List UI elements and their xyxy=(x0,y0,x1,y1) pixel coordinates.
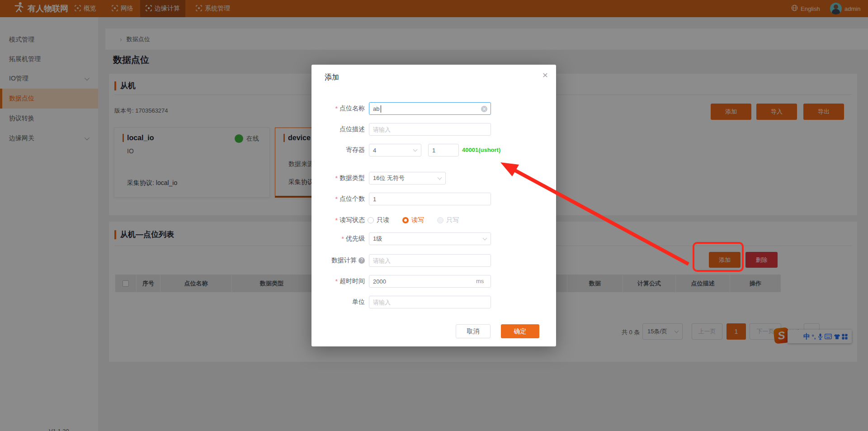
clear-input-icon[interactable]: ✕ xyxy=(481,106,487,112)
chevron-down-icon xyxy=(413,147,418,152)
field-row-calc: 数据计算? xyxy=(311,254,556,267)
close-icon[interactable]: × xyxy=(542,70,548,80)
chevron-down-icon xyxy=(438,175,442,180)
confirm-button[interactable]: 确定 xyxy=(501,324,539,338)
unit-input[interactable] xyxy=(369,296,491,308)
point-count-input[interactable]: 1 xyxy=(369,193,491,205)
field-row-count: *点位个数 1 xyxy=(311,193,556,205)
point-description-input[interactable] xyxy=(369,123,491,136)
point-name-input[interactable]: ab ✕ xyxy=(369,102,491,115)
priority-select[interactable]: 1级 xyxy=(369,232,491,245)
field-row-unit: 单位 xyxy=(311,296,556,308)
field-row-register: 寄存器 4 1 40001(ushort) xyxy=(311,144,556,156)
radio-read-write[interactable] xyxy=(402,217,409,223)
add-point-modal: 添加 × *点位名称 ab ✕ 点位描述 寄存器 4 1 4 xyxy=(311,65,556,346)
field-row-priority: *优先级 1级 xyxy=(311,232,556,245)
red-box-annotation xyxy=(693,242,744,272)
data-calc-input[interactable] xyxy=(369,254,491,267)
timeout-unit: ms xyxy=(476,278,484,284)
register-address-input[interactable]: 1 xyxy=(428,144,459,156)
field-row-description: 点位描述 xyxy=(311,123,556,136)
radio-read-only[interactable] xyxy=(368,217,374,223)
field-row-timeout: *超时时间 2000 ms xyxy=(311,275,556,288)
question-icon[interactable]: ? xyxy=(359,257,365,264)
cancel-button[interactable]: 取消 xyxy=(456,324,491,338)
register-type-select[interactable]: 4 xyxy=(369,144,421,156)
modal-title: 添加 xyxy=(325,73,339,82)
field-row-rw-status: *读写状态 只读 读写 只写 xyxy=(311,214,556,227)
register-hint: 40001(ushort) xyxy=(462,147,500,153)
data-type-select[interactable]: 16位 无符号 xyxy=(369,172,446,185)
radio-write-only[interactable] xyxy=(437,217,443,223)
field-row-name: *点位名称 ab ✕ xyxy=(311,102,556,115)
timeout-input[interactable]: 2000 xyxy=(369,275,491,288)
chevron-down-icon xyxy=(483,236,487,241)
field-row-data-type: *数据类型 16位 无符号 xyxy=(311,172,556,185)
text-caret xyxy=(381,105,381,113)
